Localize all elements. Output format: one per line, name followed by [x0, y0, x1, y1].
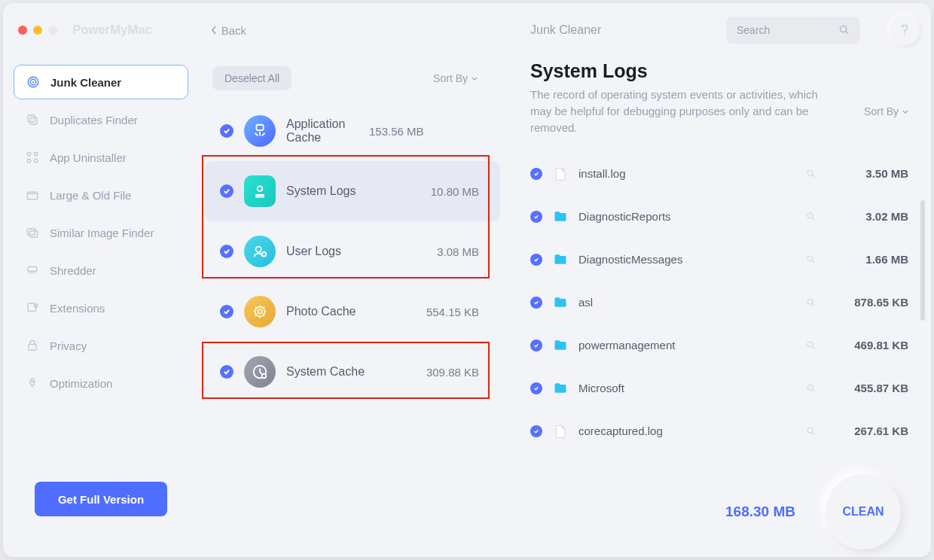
- total-size: 168.30 MB: [725, 504, 795, 520]
- file-row[interactable]: Microsoft455.87 KB: [530, 367, 908, 409]
- scrollbar[interactable]: [920, 200, 925, 321]
- checkbox-icon[interactable]: [220, 184, 233, 198]
- back-button[interactable]: Back: [211, 24, 246, 37]
- target-icon: [26, 75, 40, 89]
- svg-point-6: [27, 152, 31, 156]
- svg-rect-16: [29, 345, 37, 351]
- system-cache-icon: [244, 356, 276, 388]
- file-name: DiagnosticReports: [578, 210, 795, 223]
- file-size: 1.66 MB: [842, 253, 908, 266]
- sidebar-item-privacy[interactable]: Privacy: [14, 328, 188, 363]
- checkbox-icon[interactable]: [530, 382, 542, 394]
- photo-cache-icon: [244, 296, 276, 327]
- file-row[interactable]: powermanagement469.81 KB: [530, 324, 908, 367]
- app-title: PowerMyMac: [72, 23, 152, 38]
- svg-point-22: [255, 307, 265, 317]
- file-row[interactable]: DiagnosticReports3.02 MB: [530, 195, 908, 238]
- lock-icon: [26, 339, 39, 352]
- svg-point-7: [34, 152, 38, 156]
- category-photo-cache[interactable]: Photo Cache 554.15 KB: [205, 282, 500, 342]
- file-name: powermanagement: [578, 339, 795, 352]
- category-system-logs[interactable]: System Logs 10.80 MB: [205, 161, 500, 221]
- file-name: install.log: [578, 167, 795, 180]
- svg-point-32: [807, 428, 813, 433]
- sidebar-item-duplicates[interactable]: Duplicates Finder: [14, 102, 188, 137]
- file-name: Microsoft: [578, 382, 795, 394]
- file-size: 455.87 KB: [842, 382, 908, 394]
- deselect-all-button[interactable]: Deselect All: [212, 66, 291, 90]
- checkbox-icon[interactable]: [530, 425, 542, 437]
- reveal-icon[interactable]: [806, 340, 816, 351]
- svg-rect-11: [27, 229, 35, 235]
- checkbox-icon[interactable]: [530, 211, 542, 223]
- checkbox-icon[interactable]: [220, 365, 233, 379]
- page-title: Junk Cleaner: [530, 23, 601, 37]
- file-icon: [553, 424, 568, 439]
- file-size: 3.50 MB: [842, 167, 908, 180]
- category-application-cache[interactable]: Application Cache 153.56 MB: [205, 101, 500, 161]
- reveal-icon[interactable]: [806, 426, 816, 437]
- detail-title: System Logs: [530, 60, 839, 82]
- category-size: 554.15 KB: [426, 306, 479, 318]
- sidebar-item-label: Privacy: [50, 339, 87, 352]
- category-user-logs[interactable]: User Logs 3.08 MB: [205, 221, 500, 282]
- folder-icon: [553, 381, 568, 396]
- window-controls[interactable]: [18, 26, 57, 35]
- svg-rect-4: [28, 115, 35, 122]
- category-system-cache[interactable]: System Cache 309.88 KB: [205, 342, 500, 402]
- checkbox-icon[interactable]: [220, 124, 233, 138]
- reveal-icon[interactable]: [806, 383, 816, 394]
- svg-rect-18: [256, 125, 263, 130]
- sidebar-item-junk-cleaner[interactable]: Junk Cleaner: [14, 65, 188, 99]
- svg-rect-12: [29, 231, 38, 237]
- sidebar-item-similar-image[interactable]: Similar Image Finder: [14, 215, 188, 250]
- file-size: 3.02 MB: [842, 210, 908, 223]
- checkbox-icon[interactable]: [220, 305, 233, 318]
- checkbox-icon[interactable]: [220, 245, 233, 258]
- reveal-icon[interactable]: [806, 169, 816, 179]
- images-icon: [26, 226, 39, 239]
- reveal-icon[interactable]: [806, 212, 816, 222]
- file-row[interactable]: asl878.65 KB: [530, 281, 908, 324]
- back-label: Back: [221, 24, 246, 37]
- checkbox-icon[interactable]: [530, 339, 542, 352]
- chevron-down-icon: [902, 110, 908, 114]
- category-size: 10.80 MB: [431, 185, 479, 198]
- minimize-window-icon[interactable]: [33, 26, 42, 35]
- sidebar-item-label: Optimization: [50, 377, 112, 390]
- file-name: DiagnosticMessages: [578, 253, 795, 266]
- category-label: Photo Cache: [286, 305, 426, 318]
- chevron-left-icon: [211, 26, 217, 35]
- sidebar-item-extensions[interactable]: Extensions: [14, 291, 188, 325]
- file-row[interactable]: install.log3.50 MB: [530, 152, 908, 195]
- sort-by-label: Sort By: [864, 105, 899, 117]
- sidebar-item-shredder[interactable]: Shredder: [14, 253, 188, 288]
- sidebar-item-label: Junk Cleaner: [50, 76, 121, 89]
- reveal-icon[interactable]: [806, 254, 816, 265]
- svg-point-29: [807, 299, 813, 304]
- checkbox-icon[interactable]: [530, 297, 542, 309]
- sort-by-button[interactable]: Sort By: [433, 72, 478, 84]
- svg-point-25: [262, 374, 267, 379]
- svg-point-0: [840, 26, 846, 32]
- sidebar-item-large-old[interactable]: Large & Old File: [14, 178, 188, 212]
- file-row[interactable]: DiagnosticMessages1.66 MB: [530, 238, 908, 281]
- checkbox-icon[interactable]: [530, 254, 542, 266]
- checkbox-icon[interactable]: [530, 168, 542, 180]
- detail-sort-by-button[interactable]: Sort By: [864, 105, 908, 117]
- file-row[interactable]: corecaptured.log267.61 KB: [530, 409, 908, 452]
- help-button[interactable]: ?: [890, 15, 920, 45]
- clean-button[interactable]: CLEAN: [826, 474, 901, 549]
- sidebar-item-uninstaller[interactable]: App Uninstaller: [14, 140, 188, 175]
- reveal-icon[interactable]: [806, 297, 816, 308]
- chevron-down-icon: [472, 77, 478, 81]
- close-window-icon[interactable]: [18, 26, 27, 35]
- search-input[interactable]: Search: [726, 17, 860, 44]
- sort-by-label: Sort By: [433, 72, 468, 84]
- sidebar-item-optimization[interactable]: Optimization: [14, 366, 188, 400]
- svg-point-20: [256, 247, 261, 252]
- get-full-version-button[interactable]: Get Full Version: [35, 482, 167, 516]
- file-name: asl: [578, 296, 795, 309]
- folder-icon: [553, 338, 568, 353]
- svg-point-28: [807, 256, 813, 261]
